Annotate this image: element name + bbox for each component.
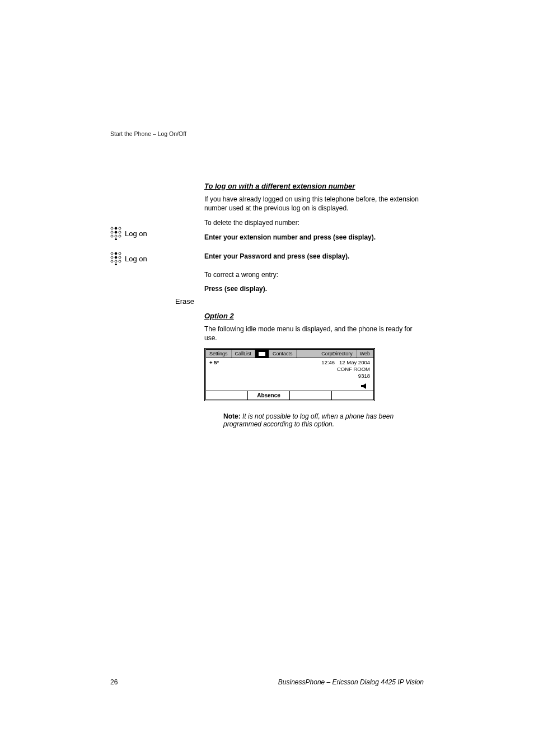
note-label: Note: bbox=[223, 412, 241, 420]
erase-label: Erase bbox=[110, 297, 200, 306]
svg-point-15 bbox=[111, 256, 113, 259]
svg-point-8 bbox=[119, 235, 121, 237]
to-delete-line: To delete the displayed number: bbox=[204, 218, 423, 227]
svg-point-6 bbox=[111, 235, 113, 237]
svg-point-23 bbox=[115, 256, 117, 259]
svg-point-19 bbox=[115, 260, 117, 262]
svg-point-21 bbox=[115, 264, 117, 265]
svg-point-9 bbox=[115, 238, 117, 240]
svg-marker-24 bbox=[361, 383, 366, 389]
section-title-different-ext: To log on with a different extension num… bbox=[204, 182, 423, 190]
tab-contacts: Contacts bbox=[269, 350, 297, 358]
display-softkeys: Absence bbox=[206, 391, 373, 400]
softkey-4 bbox=[332, 391, 373, 400]
envelope-icon bbox=[259, 352, 265, 356]
phone-display-mockup: Settings CallList Contacts CorpDirectory… bbox=[204, 348, 375, 401]
keypad-icon bbox=[110, 227, 121, 240]
display-ext: 9318 bbox=[321, 373, 370, 379]
softkey-3 bbox=[290, 391, 332, 400]
display-tab-bar: Settings CallList Contacts CorpDirectory… bbox=[206, 350, 373, 358]
svg-point-2 bbox=[119, 227, 121, 229]
svg-point-12 bbox=[111, 252, 113, 255]
softkey-2-absence: Absence bbox=[248, 391, 290, 400]
enter-password-instruction: Enter your Password and press (see displ… bbox=[204, 252, 423, 260]
svg-point-20 bbox=[119, 260, 121, 262]
intro-paragraph: If you have already logged on using this… bbox=[204, 195, 423, 213]
svg-point-22 bbox=[115, 252, 117, 255]
svg-point-7 bbox=[115, 235, 117, 237]
footer-document-title: BusinessPhone – Ericsson Dialog 4425 IP … bbox=[278, 678, 424, 686]
svg-point-14 bbox=[119, 252, 121, 255]
enter-extension-instruction: Enter your extension number and press (s… bbox=[204, 233, 423, 241]
display-time-date: 12:46 12 May 2004 bbox=[321, 359, 370, 365]
svg-point-18 bbox=[111, 260, 113, 262]
press-erase-instruction: Press (see display). bbox=[204, 285, 423, 293]
softkey-1 bbox=[206, 391, 248, 400]
display-room: CONF ROOM bbox=[321, 366, 370, 372]
svg-point-11 bbox=[115, 231, 117, 233]
tab-web: Web bbox=[357, 350, 373, 358]
speaker-icon bbox=[361, 383, 370, 389]
to-correct-line: To correct a wrong entry: bbox=[204, 270, 423, 279]
tab-messages-active bbox=[255, 350, 269, 358]
svg-point-17 bbox=[119, 256, 121, 259]
running-header: Start the Phone – Log On/Off bbox=[110, 130, 186, 137]
svg-point-0 bbox=[111, 227, 113, 229]
keypad-icon-logon-2: Log on bbox=[110, 252, 200, 265]
keypad-icon-logon-1: Log on bbox=[110, 227, 200, 240]
note-body: It is not possible to log off, when a ph… bbox=[223, 412, 394, 428]
svg-point-3 bbox=[111, 231, 113, 233]
tab-settings: Settings bbox=[206, 350, 232, 358]
logon-label-1: Log on bbox=[125, 229, 147, 238]
svg-point-5 bbox=[119, 231, 121, 233]
logon-label-2: Log on bbox=[125, 255, 147, 263]
section-title-option2: Option 2 bbox=[204, 312, 423, 320]
display-temp: + 5° bbox=[209, 359, 219, 391]
display-body: + 5° 12:46 12 May 2004 CONF ROOM 9318 bbox=[206, 358, 373, 391]
page-number: 26 bbox=[110, 678, 118, 686]
tab-corpdirectory: CorpDirectory bbox=[318, 350, 357, 358]
svg-point-10 bbox=[115, 227, 117, 229]
option2-note: Note: It is not possible to log off, whe… bbox=[223, 412, 423, 428]
option2-intro: The following idle mode menu is displaye… bbox=[204, 325, 423, 342]
keypad-icon bbox=[110, 252, 121, 265]
tab-calllist: CallList bbox=[232, 350, 256, 358]
